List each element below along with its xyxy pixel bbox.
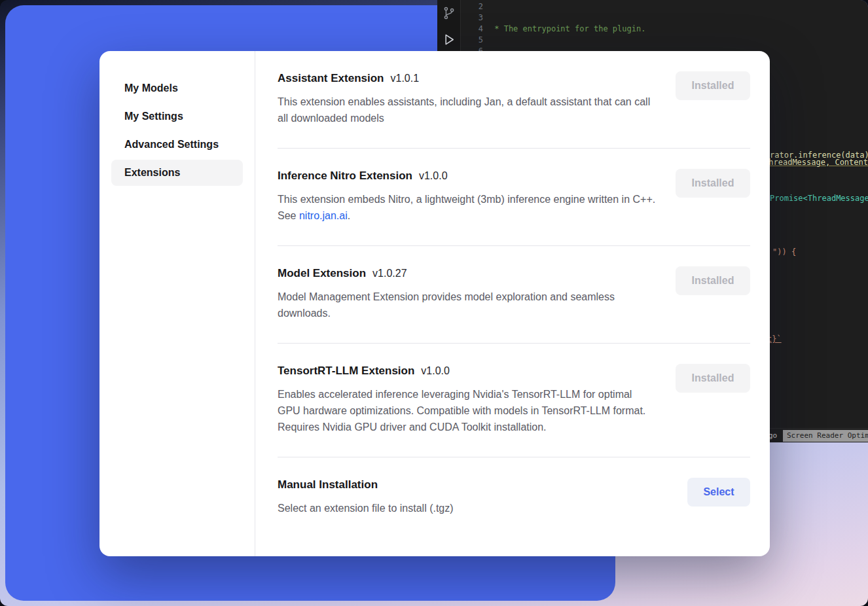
extension-info: TensortRT-LLM Extensionv1.0.0 Enables ac… xyxy=(278,364,657,435)
extension-version: v1.0.1 xyxy=(391,73,420,84)
extension-version: v1.0.0 xyxy=(419,170,448,181)
extension-description: This extension enables assistants, inclu… xyxy=(278,94,657,126)
extension-description: This extension embeds Nitro, a lightweig… xyxy=(278,191,657,224)
extension-name: Manual Installation xyxy=(278,478,378,491)
sidebar-item-extensions[interactable]: Extensions xyxy=(111,160,243,186)
settings-sidebar: My Models My Settings Advanced Settings … xyxy=(99,51,255,556)
sidebar-item-my-settings[interactable]: My Settings xyxy=(111,103,243,130)
extension-description: Enables accelerated inference leveraging… xyxy=(278,386,657,435)
manual-installation-row: Manual Installation Select an extension … xyxy=(278,457,750,538)
extension-name: TensortRT-LLM Extension xyxy=(278,365,414,377)
extension-name: Model Extension xyxy=(278,267,366,279)
installed-button[interactable]: Installed xyxy=(676,71,750,100)
manual-installation-title: Manual Installation xyxy=(278,478,657,492)
code-fragment: rator.inference(data)); xyxy=(770,151,868,160)
extension-title: Assistant Extensionv1.0.1 xyxy=(278,71,657,86)
extensions-panel: Assistant Extensionv1.0.1 This extension… xyxy=(255,51,770,556)
installed-button[interactable]: Installed xyxy=(676,169,750,198)
desktop-background: 2 3 4 5 6 * The entrypoint for the plugi… xyxy=(0,0,868,606)
extension-name: Inference Nitro Extension xyxy=(278,169,412,182)
line-number: 3 xyxy=(461,12,483,24)
extension-info: Assistant Extensionv1.0.1 This extension… xyxy=(278,71,657,126)
select-button[interactable]: Select xyxy=(687,478,750,507)
nitro-jan-ai-link[interactable]: nitro.jan.ai xyxy=(299,210,348,221)
line-number: 5 xyxy=(461,35,483,46)
source-control-icon[interactable] xyxy=(441,5,457,21)
extension-title: Inference Nitro Extensionv1.0.0 xyxy=(278,169,657,183)
settings-modal: My Models My Settings Advanced Settings … xyxy=(99,51,770,556)
code-fragment: ")) { xyxy=(772,247,796,257)
line-number: 4 xyxy=(461,24,483,35)
sidebar-item-advanced-settings[interactable]: Advanced Settings xyxy=(111,132,243,158)
extension-info: Model Extensionv1.0.27 Model Management … xyxy=(278,266,657,321)
extension-description: Model Management Extension provides mode… xyxy=(278,289,657,321)
code-fragment: Promise<ThreadMessage> xyxy=(770,194,868,204)
extension-name: Assistant Extension xyxy=(278,72,384,84)
extension-version: v1.0.0 xyxy=(421,365,450,376)
code-line: * The entrypoint for the plugin. xyxy=(490,24,868,35)
extension-info: Manual Installation Select an extension … xyxy=(278,478,657,516)
description-text: . xyxy=(348,210,350,221)
line-number: 2 xyxy=(461,1,483,12)
extension-version: v1.0.27 xyxy=(372,268,407,279)
extension-title: Model Extensionv1.0.27 xyxy=(278,266,657,281)
extension-info: Inference Nitro Extensionv1.0.0 This ext… xyxy=(278,169,657,224)
extension-row: Assistant Extensionv1.0.1 This extension… xyxy=(278,51,750,149)
screen-reader-status-chip[interactable]: Screen Reader Optimize xyxy=(783,430,868,442)
run-debug-icon[interactable] xyxy=(441,31,457,47)
editor-line-numbers: 2 3 4 5 6 xyxy=(461,1,483,57)
installed-button[interactable]: Installed xyxy=(676,266,750,295)
extension-row: Inference Nitro Extensionv1.0.0 This ext… xyxy=(278,149,750,246)
extension-title: TensortRT-LLM Extensionv1.0.0 xyxy=(278,364,657,378)
installed-button[interactable]: Installed xyxy=(676,364,750,393)
extension-row: TensortRT-LLM Extensionv1.0.0 Enables ac… xyxy=(278,344,750,457)
manual-installation-description: Select an extension file to install (.tg… xyxy=(278,500,657,516)
extension-row: Model Extensionv1.0.27 Model Management … xyxy=(278,246,750,344)
sidebar-item-my-models[interactable]: My Models xyxy=(111,75,243,101)
